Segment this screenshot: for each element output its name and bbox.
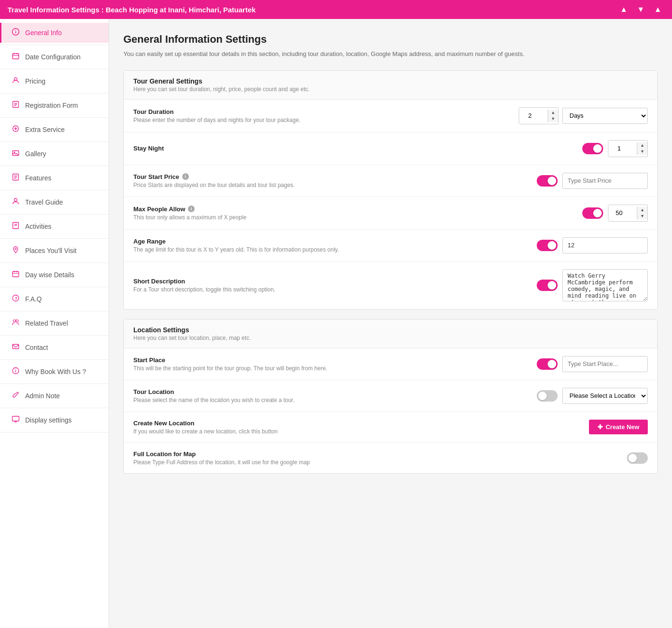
create-btn-create-new-location[interactable]: ✚ Create New: [589, 420, 648, 434]
extra-service-icon: [11, 125, 20, 134]
day-wise-details-icon: [11, 270, 20, 280]
toggle-age-range[interactable]: [537, 240, 558, 251]
control-stay-night: ▲ ▼: [582, 140, 648, 157]
setting-info-create-new-location: Create New Location If you would like to…: [133, 420, 589, 435]
sidebar-item-day-wise-details[interactable]: Day wise Details: [0, 265, 109, 285]
control-full-location-map: [627, 452, 648, 464]
toggle-slider-short-description: [537, 280, 558, 291]
toggle-slider-stay-night: [582, 143, 603, 154]
sidebar-item-extra-service[interactable]: Extra Service: [0, 120, 109, 140]
svg-point-30: [13, 320, 16, 322]
select-tour-location[interactable]: Please Select a Location: [562, 388, 648, 404]
sidebar-label-extra-service: Extra Service: [25, 126, 65, 133]
svg-point-2: [15, 30, 16, 31]
setting-row-tour-start-price: Tour Start Price i Price Starts are disp…: [124, 165, 657, 197]
text-input-age-range[interactable]: [562, 237, 648, 253]
display-settings-icon: [11, 415, 20, 425]
activities-icon: [11, 222, 20, 231]
setting-label-short-description: Short Description: [133, 278, 537, 285]
duration-spin-down[interactable]: ▼: [548, 116, 558, 122]
sidebar-item-date-configuration[interactable]: Date Configuration: [0, 47, 109, 67]
toggle-stay-night[interactable]: [582, 143, 603, 154]
toggle-full-location-map[interactable]: [627, 452, 648, 464]
setting-row-stay-night: Stay Night ▲ ▼: [124, 132, 657, 165]
sidebar-item-admin-note[interactable]: Admin Note: [0, 386, 109, 406]
control-tour-start-price: [537, 173, 648, 189]
num-input-max-people[interactable]: [608, 205, 637, 221]
toggle-slider-tour-start-price: [537, 175, 558, 187]
sidebar-label-places-visit: Places You'll Visit: [25, 247, 76, 254]
text-input-start-place[interactable]: [562, 356, 648, 372]
spin-up-stay-night[interactable]: ▲: [637, 142, 647, 149]
info-icon-tour-start-price: i: [182, 173, 189, 180]
toggle-slider-start-place: [537, 358, 558, 370]
sidebar-item-travel-guide[interactable]: Travel Guide: [0, 192, 109, 212]
pricing-icon: [11, 76, 20, 86]
svg-rect-3: [13, 54, 19, 59]
faq-icon: ?: [11, 294, 20, 304]
toggle-max-people[interactable]: [582, 207, 603, 219]
setting-info-stay-night: Stay Night: [133, 145, 582, 152]
topbar-down-btn[interactable]: ▼: [634, 4, 647, 15]
toggle-slider-max-people: [582, 207, 603, 219]
setting-info-age-range: Age Range The age limit for this tour is…: [133, 238, 537, 253]
svg-point-31: [16, 320, 19, 322]
duration-input[interactable]: [519, 108, 548, 124]
toggle-start-place[interactable]: [537, 358, 558, 370]
setting-info-max-people: Max People Allow i This tour only allows…: [133, 206, 582, 221]
setting-label-tour-location: Tour Location: [133, 388, 537, 395]
location-title: Location Settings: [133, 326, 648, 334]
spin-up-max-people[interactable]: ▲: [637, 207, 647, 213]
svg-point-23: [15, 248, 17, 250]
spin-down-max-people[interactable]: ▼: [637, 213, 647, 219]
setting-label-age-range: Age Range: [133, 238, 537, 245]
setting-sublabel-short-description: For a Tour short description, toggle thi…: [133, 286, 537, 293]
location-desc: Here you can set tour location, place, m…: [133, 335, 648, 341]
control-max-people: ▲ ▼: [582, 205, 648, 222]
spin-down-stay-night[interactable]: ▼: [637, 149, 647, 155]
spinners-stay-night: ▲ ▼: [637, 142, 647, 155]
svg-rect-36: [12, 416, 19, 421]
toggle-short-description[interactable]: [537, 280, 558, 291]
sidebar-item-contact[interactable]: Contact: [0, 337, 109, 357]
setting-sublabel-tour-duration: Please enter the number of days and nigh…: [133, 117, 519, 123]
page-title: General Information Settings: [123, 33, 658, 46]
textarea-short-description[interactable]: Watch Gerry McCambridge perform comedy, …: [562, 269, 648, 301]
setting-sublabel-age-range: The age limit for this tour is X to Y ye…: [133, 246, 537, 253]
duration-unit-select[interactable]: DaysNightsHours: [562, 108, 648, 124]
control-age-range: [537, 237, 648, 253]
sidebar-item-activities[interactable]: Activities: [0, 216, 109, 236]
sidebar-item-gallery[interactable]: Gallery: [0, 144, 109, 164]
location-rows: Start Place This will be the starting po…: [124, 348, 657, 473]
setting-label-max-people: Max People Allow i: [133, 206, 582, 213]
registration-form-icon: [11, 101, 20, 110]
sidebar-item-faq[interactable]: ? F.A.Q: [0, 289, 109, 309]
toggle-tour-start-price[interactable]: [537, 175, 558, 187]
sidebar-item-general-info[interactable]: General Info: [0, 23, 109, 43]
num-input-stay-night[interactable]: [608, 141, 637, 157]
sidebar-item-display-settings[interactable]: Display settings: [0, 410, 109, 430]
toggle-tour-location[interactable]: [537, 390, 558, 402]
duration-input-wrap: ▲ ▼: [519, 107, 559, 124]
topbar-controls: ▲ ▼ ▲: [617, 4, 664, 15]
sidebar-item-why-book[interactable]: Why Book With Us ?: [0, 362, 109, 382]
sidebar-item-places-visit[interactable]: Places You'll Visit: [0, 241, 109, 261]
places-visit-icon: [11, 246, 20, 255]
sidebar-label-gallery: Gallery: [25, 150, 46, 158]
text-input-tour-start-price[interactable]: [562, 173, 648, 189]
sidebar-item-features[interactable]: Features: [0, 168, 109, 188]
tour-general-header: Tour General Settings Here you can set t…: [124, 71, 657, 100]
sidebar-item-pricing[interactable]: Pricing: [0, 71, 109, 91]
sidebar-label-activities: Activities: [25, 223, 51, 230]
gallery-icon: [11, 149, 20, 159]
svg-text:?: ?: [15, 296, 18, 301]
setting-label-create-new-location: Create New Location: [133, 420, 589, 427]
topbar-expand-btn[interactable]: ▲: [651, 4, 664, 15]
sidebar-item-related-travel[interactable]: Related Travel: [0, 313, 109, 333]
topbar-up-btn[interactable]: ▲: [617, 4, 630, 15]
setting-label-full-location-map: Full Location for Map: [133, 450, 627, 458]
setting-row-short-description: Short Description For a Tour short descr…: [124, 262, 657, 309]
duration-spin-up[interactable]: ▲: [548, 110, 558, 116]
sidebar-item-registration-form[interactable]: Registration Form: [0, 95, 109, 115]
features-icon: [11, 173, 20, 183]
